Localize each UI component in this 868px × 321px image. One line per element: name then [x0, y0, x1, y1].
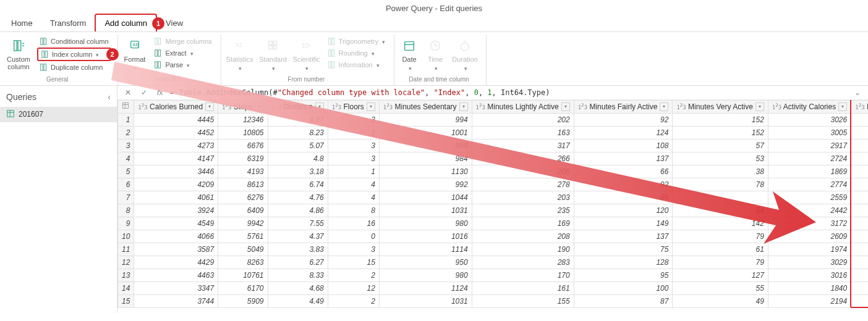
- cell[interactable]: 5.07: [268, 139, 328, 152]
- cell[interactable]: 4209: [134, 178, 218, 191]
- cell[interactable]: 8: [851, 217, 868, 230]
- cell[interactable]: 2917: [768, 139, 851, 152]
- datatype-icon[interactable]: 123: [476, 104, 485, 110]
- cell[interactable]: 152: [673, 126, 768, 139]
- tab-transform[interactable]: Transform: [41, 15, 95, 31]
- cell[interactable]: 3924: [134, 204, 218, 217]
- cell[interactable]: 9.87: [268, 113, 328, 126]
- table-row[interactable]: 24452108058.231100116312415230051: [118, 126, 869, 139]
- cell[interactable]: 7.55: [268, 217, 328, 230]
- table-row[interactable]: 4414763194.839842661375327243: [118, 152, 869, 165]
- cell[interactable]: 3: [851, 152, 868, 165]
- cell[interactable]: 3016: [768, 269, 851, 281]
- row-number[interactable]: 8: [118, 204, 134, 217]
- table-row[interactable]: 14334761704.6812112416110055184013: [118, 281, 869, 294]
- cell[interactable]: 4: [328, 191, 379, 204]
- cell[interactable]: 235: [472, 204, 574, 217]
- cell[interactable]: 12: [328, 281, 379, 294]
- cell[interactable]: 137: [574, 230, 673, 243]
- query-item[interactable]: 201607: [0, 107, 117, 122]
- row-number[interactable]: 2: [118, 126, 134, 139]
- cell[interactable]: 992: [379, 178, 472, 191]
- cell[interactable]: 4066: [134, 230, 218, 243]
- row-number[interactable]: 13: [118, 269, 134, 281]
- cell[interactable]: 100: [574, 281, 673, 294]
- data-grid[interactable]: 123 Calories Burned▾123 Steps▾1.2 Distan…: [117, 100, 868, 313]
- cell[interactable]: 10805: [218, 126, 268, 139]
- cell[interactable]: 0: [328, 230, 379, 243]
- cell[interactable]: 4.49: [268, 294, 328, 307]
- row-number[interactable]: 1: [118, 113, 134, 126]
- cell[interactable]: 9942: [218, 217, 268, 230]
- cell[interactable]: 5761: [218, 230, 268, 243]
- cell[interactable]: 5049: [218, 243, 268, 256]
- table-row[interactable]: 8392464094.86810312351205424427: [118, 204, 869, 217]
- tab-home[interactable]: Home: [2, 15, 41, 31]
- cell[interactable]: 9: [851, 230, 868, 243]
- column-header[interactable]: 123 Index▾: [851, 100, 868, 113]
- cell[interactable]: 10761: [218, 269, 268, 281]
- filter-dropdown-icon[interactable]: ▾: [315, 102, 324, 111]
- cell[interactable]: [673, 191, 768, 204]
- fx-icon[interactable]: fx: [155, 88, 165, 97]
- table-row[interactable]: 12442982636.271595028312879302911: [118, 256, 869, 269]
- cell[interactable]: 8263: [218, 256, 268, 269]
- filter-dropdown-icon[interactable]: ▾: [838, 102, 847, 111]
- datatype-icon[interactable]: 123: [222, 104, 231, 110]
- cell[interactable]: 4273: [134, 139, 218, 152]
- cell[interactable]: 1031: [379, 204, 472, 217]
- column-header[interactable]: 123 Minutes Fairly Active▾: [574, 100, 673, 113]
- cell[interactable]: 3587: [134, 243, 218, 256]
- cell[interactable]: 79: [673, 256, 768, 269]
- cell[interactable]: 4463: [134, 269, 218, 281]
- cell[interactable]: 958: [379, 139, 472, 152]
- cell[interactable]: 61: [673, 243, 768, 256]
- cell[interactable]: 1974: [768, 243, 851, 256]
- cell[interactable]: 1: [851, 126, 868, 139]
- date-button[interactable]: Date: [398, 36, 420, 73]
- cell[interactable]: 55: [673, 281, 768, 294]
- cell[interactable]: 89: [574, 191, 673, 204]
- row-number[interactable]: 9: [118, 217, 134, 230]
- scientific-button[interactable]: 10²Scientific: [292, 36, 321, 73]
- cell[interactable]: 6.74: [268, 178, 328, 191]
- cell[interactable]: 3744: [134, 294, 218, 307]
- row-number[interactable]: 12: [118, 256, 134, 269]
- cell[interactable]: 1114: [379, 243, 472, 256]
- cell[interactable]: 202: [472, 113, 574, 126]
- cell[interactable]: 206: [472, 165, 574, 178]
- column-header[interactable]: 123 Minutes Sedentary▾: [379, 100, 472, 113]
- datatype-icon[interactable]: 123: [855, 104, 864, 110]
- column-header[interactable]: 1.2 Distance▾: [268, 100, 328, 113]
- formula-text[interactable]: = Table.AddIndexColumn(#"Changed column …: [170, 88, 847, 97]
- cell[interactable]: 1031: [379, 294, 472, 307]
- cell[interactable]: 994: [379, 113, 472, 126]
- cell[interactable]: 1044: [379, 191, 472, 204]
- row-number[interactable]: 15: [118, 294, 134, 307]
- cell[interactable]: 155: [472, 294, 574, 307]
- cell[interactable]: 4452: [134, 126, 218, 139]
- cell[interactable]: 4: [328, 178, 379, 191]
- cancel-formula-icon[interactable]: ✕: [122, 88, 134, 97]
- column-header[interactable]: 123 Minutes Lightly Active▾: [472, 100, 574, 113]
- cell[interactable]: 1869: [768, 165, 851, 178]
- cell[interactable]: 4.8: [268, 152, 328, 165]
- cell[interactable]: 53: [673, 152, 768, 165]
- column-header[interactable]: 123 Floors▾: [328, 100, 379, 113]
- cell[interactable]: 95: [574, 269, 673, 281]
- cell[interactable]: 2609: [768, 230, 851, 243]
- information-button[interactable]: Information: [325, 59, 388, 70]
- cell[interactable]: 12: [851, 269, 868, 281]
- cell[interactable]: 2194: [768, 294, 851, 307]
- cell[interactable]: 8613: [218, 178, 268, 191]
- column-header[interactable]: 123 Steps▾: [218, 100, 268, 113]
- cell[interactable]: 6319: [218, 152, 268, 165]
- datatype-icon[interactable]: 123: [676, 104, 686, 110]
- cell[interactable]: 2724: [768, 152, 851, 165]
- custom-column-button[interactable]: Custom column: [4, 36, 33, 72]
- cell[interactable]: 13: [851, 281, 868, 294]
- column-header[interactable]: 123 Calories Burned▾: [134, 100, 218, 113]
- cell[interactable]: 2774: [768, 178, 851, 191]
- cell[interactable]: 4445: [134, 113, 218, 126]
- cell[interactable]: 170: [472, 269, 574, 281]
